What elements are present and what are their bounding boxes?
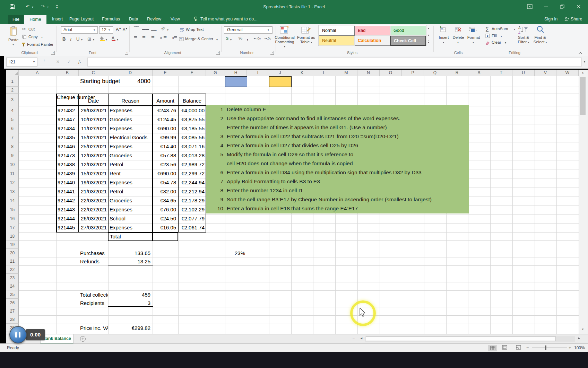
grid-cell[interactable]: School <box>108 214 153 223</box>
find-select-button-2[interactable]: Select ▾ <box>531 40 549 44</box>
grid-cell[interactable]: €124.45 <box>153 115 178 124</box>
grid-cell[interactable]: 921434 <box>56 124 79 133</box>
grid-cell[interactable]: Expenses <box>108 205 153 214</box>
column-header-L[interactable]: L <box>313 70 335 76</box>
paste-icon[interactable] <box>9 26 18 38</box>
percent-style-icon[interactable]: % <box>239 36 242 41</box>
row-header-22[interactable]: 22 <box>6 265 19 274</box>
page-layout-view-button[interactable] <box>502 345 507 351</box>
fill-color-icon[interactable] <box>100 36 105 43</box>
bold-button[interactable]: B <box>62 36 66 42</box>
copy-icon[interactable] <box>22 34 26 41</box>
grid-cell[interactable]: €4,000.00 <box>178 106 206 115</box>
grid-cell[interactable]: 921440 <box>56 178 79 187</box>
clear-button[interactable]: Clear <box>492 40 501 44</box>
number-format-dropdown-icon[interactable]: ▾ <box>268 28 269 32</box>
ribbon-display-options-icon[interactable] <box>527 4 533 10</box>
cell-F3[interactable]: Balance <box>178 98 206 104</box>
grid-cell[interactable]: €690.00 <box>153 169 178 178</box>
borders-icon[interactable]: ⊞ <box>87 36 91 42</box>
cell-D1[interactable]: 4000 <box>108 78 150 85</box>
column-header-V[interactable]: V <box>535 70 556 76</box>
align-left-icon[interactable]: ☰ <box>134 36 137 40</box>
column-header-P[interactable]: P <box>402 70 424 76</box>
cell-J1-highlight[interactable] <box>269 76 292 87</box>
row-header-19[interactable]: 19 <box>6 240 19 249</box>
cell-H1-highlight[interactable] <box>225 76 247 87</box>
grid-cell[interactable]: 12/03/2021 <box>79 151 108 160</box>
grid-cell[interactable]: Expenses <box>108 178 153 187</box>
row-header-9[interactable]: 9 <box>6 151 19 160</box>
align-bottom-icon[interactable]: ▁▁ <box>151 27 156 30</box>
align-center-icon[interactable]: ☰ <box>142 36 146 40</box>
fill-dropdown-icon[interactable]: ▾ <box>501 35 502 38</box>
grid-cell[interactable]: 15/02/2021 <box>79 133 108 142</box>
find-select-button[interactable]: Find & <box>531 35 549 40</box>
row-header-24[interactable]: 24 <box>6 282 19 290</box>
grid-cell[interactable]: 26/03/2021 <box>79 214 108 223</box>
grid-cell[interactable]: €2,244.94 <box>178 178 206 187</box>
row-header-3[interactable]: 3 <box>6 94 19 106</box>
accounting-dropdown-icon[interactable]: ▾ <box>230 38 232 41</box>
clipboard-dialog-launcher[interactable]: ↘ <box>51 51 55 55</box>
grid-cell[interactable]: 19/03/2021 <box>79 178 108 187</box>
row-header-23[interactable]: 23 <box>6 274 19 282</box>
row-header-1[interactable]: 1 <box>6 76 19 87</box>
row-header-27[interactable]: 27 <box>6 307 19 315</box>
row-header-28[interactable]: 28 <box>6 315 19 324</box>
grid-cell[interactable]: 11/02/2021 <box>79 124 108 133</box>
column-header-K[interactable]: K <box>291 70 313 76</box>
grid-cell[interactable]: 10/02/2021 <box>79 115 108 124</box>
cell-D21[interactable]: 13.25 <box>108 259 150 264</box>
underline-dropdown-icon[interactable]: ▾ <box>81 38 83 41</box>
cell-H20[interactable]: 23% <box>225 250 245 256</box>
cell-B3[interactable]: Cheque Number <box>57 95 78 100</box>
format-as-table-button-2[interactable]: Table ▾ <box>295 40 317 44</box>
cell-D26[interactable]: 3 <box>108 300 150 306</box>
column-header-I[interactable]: I <box>247 70 269 76</box>
increase-font-icon[interactable]: A▲ <box>116 27 121 32</box>
row-header-13[interactable]: 13 <box>6 187 19 196</box>
cell-C25[interactable]: Total collecte <box>80 292 108 298</box>
scroll-up-icon[interactable]: ▲ <box>581 71 584 74</box>
cell-D29[interactable]: €299.82 <box>108 325 150 331</box>
styles-scroll-down-icon[interactable]: ▾ <box>428 34 429 37</box>
column-header-T[interactable]: T <box>490 70 512 76</box>
underline-button[interactable]: U <box>76 36 79 42</box>
grid-cell[interactable]: 25/02/2021 <box>79 142 108 151</box>
row-header-18[interactable]: 18 <box>6 232 19 240</box>
row-header-25[interactable]: 25 <box>6 290 19 299</box>
zoom-in-button[interactable]: + <box>569 345 571 350</box>
grid-cell[interactable]: 921435 <box>56 133 79 142</box>
grid-cell[interactable]: €3,875.55 <box>178 115 206 124</box>
styles-gallery-expand-icon[interactable]: ▾ <box>428 41 429 44</box>
share-button[interactable]: Share <box>571 17 582 21</box>
grid-cell[interactable]: €2,299.72 <box>178 169 206 178</box>
merge-center-dropdown-icon[interactable]: ▾ <box>216 38 218 41</box>
format-dropdown-icon[interactable]: ▾ <box>473 41 474 44</box>
merge-center-button[interactable]: Merge & Center <box>185 37 213 41</box>
decrease-indent-icon[interactable]: ⇤☰ <box>160 36 167 40</box>
zoom-out-button[interactable]: − <box>526 345 529 350</box>
row-header-12[interactable]: 12 <box>6 178 19 187</box>
increase-indent-icon[interactable]: ⇥☰ <box>171 36 177 40</box>
row-header-26[interactable]: 26 <box>6 299 19 307</box>
align-top-icon[interactable]: ▔▔ <box>134 27 138 30</box>
orientation-icon[interactable]: ab <box>160 25 166 31</box>
restore-button[interactable] <box>560 4 565 10</box>
grid-cell[interactable]: €243.76 <box>153 106 178 115</box>
grid-cell[interactable]: €3,013.28 <box>178 151 206 160</box>
font-family-dropdown-icon[interactable]: ▾ <box>94 28 95 32</box>
autosum-dropdown-icon[interactable]: ▾ <box>514 28 515 31</box>
cell-C3[interactable]: Date <box>79 98 108 104</box>
conditional-formatting-button-2[interactable]: Formatting ▾ <box>274 40 295 48</box>
paste-button[interactable]: Paste <box>8 38 18 42</box>
grid-cell[interactable]: 921447 <box>56 115 79 124</box>
copy-button[interactable]: Copy <box>28 35 38 39</box>
column-header-E[interactable]: E <box>153 70 178 76</box>
collapse-ribbon-icon[interactable] <box>578 50 582 56</box>
grid-cell[interactable]: €2,989.72 <box>178 160 206 169</box>
sort-filter-button[interactable]: Sort & <box>514 35 533 40</box>
hscroll-left-icon[interactable]: ◄ <box>360 336 363 340</box>
cell-D25[interactable]: 459 <box>108 292 150 298</box>
